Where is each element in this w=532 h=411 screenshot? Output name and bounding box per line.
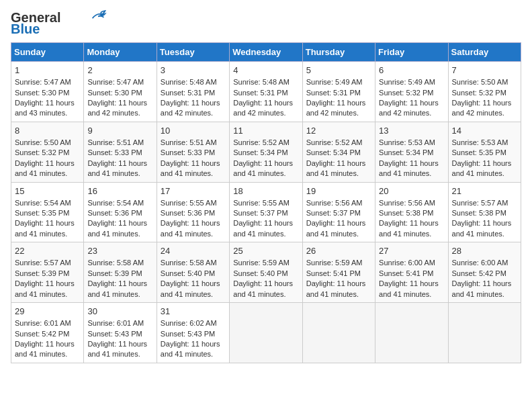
day-number: 31: [161, 306, 226, 318]
daylight-minutes: and 42 minutes.: [379, 109, 431, 117]
sunrise-text: Sunrise: 5:51 AM: [161, 138, 217, 146]
day-number: 6: [379, 64, 444, 77]
sunset-text: Sunset: 5:30 PM: [15, 89, 69, 97]
daylight-text: Daylight: 11 hours: [379, 279, 439, 287]
daylight-text: Daylight: 11 hours: [233, 159, 293, 167]
day-number: 15: [15, 185, 80, 197]
calendar-cell: 15Sunrise: 5:54 AMSunset: 5:35 PMDayligh…: [11, 182, 84, 242]
daylight-text: Daylight: 11 hours: [161, 159, 220, 167]
calendar-header-row: SundayMondayTuesdayWednesdayThursdayFrid…: [11, 43, 521, 62]
daylight-minutes: and 41 minutes.: [161, 350, 213, 358]
daylight-minutes: and 41 minutes.: [233, 169, 285, 177]
day-number: 25: [233, 245, 298, 257]
calendar-week-row: 15Sunrise: 5:54 AMSunset: 5:35 PMDayligh…: [11, 182, 521, 242]
sunrise-text: Sunrise: 6:00 AM: [452, 259, 508, 267]
daylight-text: Daylight: 11 hours: [15, 99, 75, 107]
sunrise-text: Sunrise: 5:52 AM: [233, 138, 290, 146]
daylight-minutes: and 41 minutes.: [161, 290, 213, 298]
daylight-text: Daylight: 11 hours: [161, 279, 220, 287]
sunrise-text: Sunrise: 5:48 AM: [161, 78, 217, 86]
sunrise-text: Sunrise: 5:53 AM: [452, 138, 508, 146]
day-number: 2: [87, 64, 152, 77]
day-number: 3: [161, 64, 226, 77]
calendar-cell: 7Sunrise: 5:50 AMSunset: 5:32 PMDaylight…: [448, 62, 521, 122]
calendar-cell: 9Sunrise: 5:51 AMSunset: 5:33 PMDaylight…: [84, 122, 157, 182]
daylight-text: Daylight: 11 hours: [379, 159, 439, 167]
sunset-text: Sunset: 5:33 PM: [87, 148, 142, 156]
calendar-cell: 11Sunrise: 5:52 AMSunset: 5:34 PMDayligh…: [230, 122, 302, 182]
day-number: 30: [87, 306, 152, 318]
daylight-minutes: and 41 minutes.: [87, 350, 140, 358]
calendar-cell: 4Sunrise: 5:48 AMSunset: 5:31 PMDaylight…: [230, 62, 302, 122]
day-number: 11: [233, 125, 298, 137]
daylight-text: Daylight: 11 hours: [452, 159, 512, 167]
sunrise-text: Sunrise: 5:55 AM: [161, 199, 217, 207]
calendar-cell: 26Sunrise: 5:59 AMSunset: 5:41 PMDayligh…: [302, 242, 375, 303]
calendar-cell: 14Sunrise: 5:53 AMSunset: 5:35 PMDayligh…: [448, 122, 521, 182]
sunrise-text: Sunrise: 5:50 AM: [452, 78, 508, 86]
calendar-cell: 17Sunrise: 5:55 AMSunset: 5:36 PMDayligh…: [157, 182, 229, 242]
logo-blue: Blue: [11, 21, 40, 37]
calendar-cell: 20Sunrise: 5:56 AMSunset: 5:38 PMDayligh…: [375, 182, 448, 242]
day-number: 7: [452, 64, 517, 77]
daylight-text: Daylight: 11 hours: [452, 99, 512, 107]
calendar-cell: [375, 303, 448, 363]
day-number: 10: [161, 125, 226, 137]
calendar-cell: 24Sunrise: 5:58 AMSunset: 5:40 PMDayligh…: [157, 242, 229, 303]
day-header-saturday: Saturday: [448, 43, 521, 62]
daylight-minutes: and 41 minutes.: [379, 290, 431, 298]
sunset-text: Sunset: 5:43 PM: [87, 330, 142, 338]
calendar-cell: 10Sunrise: 5:51 AMSunset: 5:33 PMDayligh…: [157, 122, 229, 182]
day-number: 4: [233, 64, 298, 77]
daylight-minutes: and 41 minutes.: [379, 230, 431, 238]
sunset-text: Sunset: 5:30 PM: [87, 89, 142, 97]
daylight-minutes: and 41 minutes.: [161, 230, 213, 238]
sunset-text: Sunset: 5:41 PM: [379, 269, 433, 277]
daylight-text: Daylight: 11 hours: [306, 279, 366, 287]
daylight-minutes: and 41 minutes.: [379, 169, 431, 177]
sunset-text: Sunset: 5:37 PM: [306, 209, 361, 217]
sunset-text: Sunset: 5:38 PM: [452, 209, 506, 217]
daylight-text: Daylight: 11 hours: [306, 159, 366, 167]
sunset-text: Sunset: 5:39 PM: [15, 269, 69, 277]
daylight-minutes: and 42 minutes.: [452, 109, 504, 117]
sunrise-text: Sunrise: 5:48 AM: [233, 78, 290, 86]
sunrise-text: Sunrise: 5:49 AM: [379, 78, 435, 86]
calendar-cell: 8Sunrise: 5:50 AMSunset: 5:32 PMDaylight…: [11, 122, 84, 182]
daylight-text: Daylight: 11 hours: [379, 219, 439, 227]
calendar-week-row: 1Sunrise: 5:47 AMSunset: 5:30 PMDaylight…: [11, 62, 521, 122]
sunset-text: Sunset: 5:32 PM: [452, 89, 506, 97]
daylight-text: Daylight: 11 hours: [233, 279, 293, 287]
calendar-cell: 27Sunrise: 6:00 AMSunset: 5:41 PMDayligh…: [375, 242, 448, 303]
daylight-minutes: and 41 minutes.: [306, 290, 359, 298]
day-number: 9: [87, 125, 152, 137]
calendar-cell: 16Sunrise: 5:54 AMSunset: 5:36 PMDayligh…: [84, 182, 157, 242]
daylight-minutes: and 42 minutes.: [233, 109, 285, 117]
sunrise-text: Sunrise: 5:53 AM: [379, 138, 435, 146]
day-number: 29: [15, 306, 80, 318]
sunrise-text: Sunrise: 5:58 AM: [161, 259, 217, 267]
sunrise-text: Sunrise: 5:51 AM: [87, 138, 144, 146]
day-number: 21: [452, 185, 517, 197]
day-header-tuesday: Tuesday: [157, 43, 229, 62]
daylight-minutes: and 41 minutes.: [452, 230, 504, 238]
daylight-text: Daylight: 11 hours: [161, 99, 220, 107]
calendar-cell: 31Sunrise: 6:02 AMSunset: 5:43 PMDayligh…: [157, 303, 229, 363]
calendar-cell: 29Sunrise: 6:01 AMSunset: 5:42 PMDayligh…: [11, 303, 84, 363]
sunset-text: Sunset: 5:40 PM: [161, 269, 215, 277]
day-header-sunday: Sunday: [11, 43, 84, 62]
sunset-text: Sunset: 5:42 PM: [15, 330, 69, 338]
calendar-week-row: 29Sunrise: 6:01 AMSunset: 5:42 PMDayligh…: [11, 303, 521, 363]
daylight-text: Daylight: 11 hours: [452, 279, 512, 287]
daylight-minutes: and 41 minutes.: [161, 169, 213, 177]
calendar-week-row: 22Sunrise: 5:57 AMSunset: 5:39 PMDayligh…: [11, 242, 521, 303]
day-number: 26: [306, 245, 371, 257]
sunrise-text: Sunrise: 6:01 AM: [15, 319, 71, 327]
sunset-text: Sunset: 5:42 PM: [452, 269, 506, 277]
day-number: 20: [379, 185, 444, 197]
sunrise-text: Sunrise: 5:56 AM: [379, 199, 435, 207]
calendar-cell: [302, 303, 375, 363]
calendar-cell: 23Sunrise: 5:58 AMSunset: 5:39 PMDayligh…: [84, 242, 157, 303]
daylight-text: Daylight: 11 hours: [306, 99, 366, 107]
sunset-text: Sunset: 5:34 PM: [306, 148, 361, 156]
